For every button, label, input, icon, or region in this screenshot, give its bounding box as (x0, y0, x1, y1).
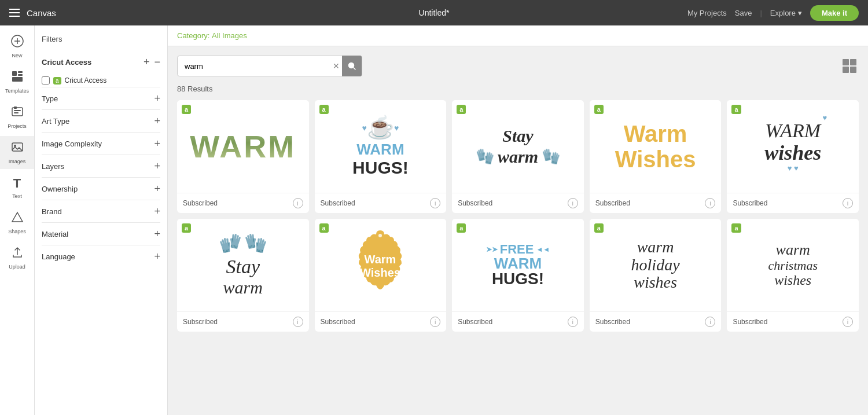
info-icon-8[interactable]: i (568, 317, 578, 327)
image-card-free-warm-hugs[interactable]: a ➤➤ FREE ◄◄ WARM HUGS! Subscribed (452, 219, 584, 332)
filter-brand[interactable]: Brand + (42, 200, 160, 222)
search-clear-icon[interactable]: ✕ (333, 61, 340, 71)
image-card-warm-wishes-cursive[interactable]: a ♥ WARM wishes ♥ ♥ Subscribed i (727, 100, 859, 213)
subscribed-label-6: Subscribed (183, 318, 218, 326)
filters-title: Filters (42, 35, 160, 43)
subscribed-label-7: Subscribed (321, 318, 355, 326)
search-input[interactable] (182, 62, 333, 71)
cricut-access-title: Cricut Access (42, 58, 91, 67)
card-footer-10: Subscribed i (727, 311, 859, 332)
search-grid-area: ✕ 88 Re (168, 46, 868, 415)
layers-plus-icon: + (154, 161, 160, 171)
info-icon-2[interactable]: i (430, 198, 440, 208)
filter-ownership[interactable]: Ownership + (42, 177, 160, 200)
access-badge-7: a (319, 223, 329, 233)
sidebar-item-templates[interactable]: Templates (0, 65, 34, 98)
projects-label: Projects (8, 123, 27, 129)
access-badge-2: a (319, 105, 329, 114)
info-icon-10[interactable]: i (843, 317, 853, 327)
image-card-stay-warm-mittens[interactable]: a 🧤 🧤 Stay warm Subscribed i (177, 219, 309, 332)
image-card-warm-wishes-gold[interactable]: a Warm Wishes Subscribed i (590, 100, 722, 213)
sidebar-item-shapes[interactable]: Shapes (0, 206, 34, 239)
image-card-stay-warm[interactable]: a Stay 🧤 warm 🧤 Subscribed i (452, 100, 584, 213)
image-card-warm-hugs[interactable]: a ♥ ☕ ♥ WARM HUGS! (315, 100, 447, 213)
image-card-warm-holiday[interactable]: a warm holiday wishes Subscribed i (590, 219, 722, 332)
filter-layers[interactable]: Layers + (42, 155, 160, 177)
app-title: Canvas (27, 8, 56, 18)
card-image-free-warm-hugs: a ➤➤ FREE ◄◄ WARM HUGS! (452, 219, 584, 311)
language-plus-icon: + (154, 251, 160, 262)
subscribed-label-3: Subscribed (458, 199, 492, 207)
image-complexity-plus-icon: + (154, 138, 160, 149)
new-icon (11, 35, 24, 50)
card-footer-5: Subscribed i (727, 193, 859, 213)
filter-type[interactable]: Type + (42, 87, 160, 109)
info-icon-9[interactable]: i (705, 317, 715, 327)
card-image-warm-wishes-cursive: a ♥ WARM wishes ♥ ♥ (727, 100, 859, 193)
card-image-warm: a WARM (177, 100, 309, 193)
cricut-access-checkbox[interactable] (42, 76, 50, 85)
type-plus-icon: + (154, 93, 160, 104)
info-icon-6[interactable]: i (293, 317, 303, 327)
filter-art-type[interactable]: Art Type + (42, 109, 160, 132)
make-it-button[interactable]: Make it (810, 5, 859, 21)
card-image-stay-warm: a Stay 🧤 warm 🧤 (452, 100, 584, 193)
page-title: Untitled* (419, 8, 450, 17)
image-card-warm-christmas[interactable]: a warm christmas wishes Subscribed i (727, 219, 859, 332)
svg-rect-10 (14, 112, 19, 113)
my-projects-link[interactable]: My Projects (687, 9, 727, 17)
filter-image-complexity[interactable]: Image Complexity + (42, 132, 160, 155)
warm-christmas-content: warm christmas wishes (768, 242, 818, 288)
templates-icon (11, 70, 24, 86)
explore-button[interactable]: Explore ▾ (770, 9, 802, 17)
card-footer-3: Subscribed i (452, 193, 584, 213)
sidebar-item-new[interactable]: New (0, 30, 34, 63)
image-card-warm[interactable]: a WARM Subscribed i (177, 100, 309, 213)
warm-wishes-badge-content: Warm Wishes (343, 227, 418, 303)
svg-rect-3 (12, 71, 17, 76)
filter-material[interactable]: Material + (42, 222, 160, 245)
cricut-access-checkbox-row: a Cricut Access (42, 74, 160, 87)
warm-wishes-gold-content: Warm Wishes (615, 121, 696, 172)
image-grid: a WARM Subscribed i a (177, 100, 859, 332)
shapes-label: Shapes (8, 229, 26, 234)
image-card-warm-wishes-badge[interactable]: a Warm Wishes (315, 219, 447, 332)
projects-icon (11, 105, 24, 121)
subscribed-label-10: Subscribed (733, 318, 767, 326)
images-icon (11, 141, 24, 156)
cricut-access-controls: + − (144, 56, 160, 68)
warm-holiday-content: warm holiday wishes (631, 238, 680, 292)
search-button[interactable] (342, 56, 362, 76)
sidebar-item-projects[interactable]: Projects (0, 101, 34, 134)
material-plus-icon: + (154, 229, 160, 239)
sidebar-item-images[interactable]: Images (0, 136, 34, 169)
info-icon-5[interactable]: i (843, 198, 853, 208)
card-footer-6: Subscribed i (177, 311, 309, 332)
cricut-access-minus[interactable]: − (154, 56, 160, 68)
card-footer-2: Subscribed i (315, 193, 447, 213)
card-footer-8: Subscribed i (452, 311, 584, 332)
info-icon-3[interactable]: i (568, 198, 578, 208)
sidebar-item-upload[interactable]: Upload (0, 241, 34, 274)
info-icon-4[interactable]: i (705, 198, 715, 208)
filter-language[interactable]: Language + (42, 245, 160, 267)
sidebar-item-text[interactable]: T Text (0, 171, 34, 204)
hamburger-menu[interactable] (9, 9, 20, 17)
grid-toggle[interactable] (840, 57, 859, 75)
stay-warm-mittens-content: 🧤 🧤 Stay warm (219, 233, 267, 297)
info-icon-7[interactable]: i (430, 317, 440, 327)
save-link[interactable]: Save (735, 9, 752, 17)
ownership-plus-icon: + (154, 183, 160, 194)
search-box: ✕ (177, 56, 362, 76)
art-type-plus-icon: + (154, 116, 160, 126)
subscribed-label-9: Subscribed (595, 318, 630, 326)
card-image-warm-wishes-badge: a Warm Wishes (315, 219, 447, 311)
access-badge-8: a (457, 223, 466, 233)
category-bar: Category: All Images (168, 25, 868, 46)
cricut-access-add[interactable]: + (144, 56, 150, 68)
cricut-access-header: Cricut Access + − (42, 50, 160, 74)
info-icon[interactable]: i (293, 198, 303, 208)
search-row: ✕ (177, 56, 859, 76)
templates-label: Templates (5, 88, 29, 94)
images-label: Images (9, 159, 26, 164)
